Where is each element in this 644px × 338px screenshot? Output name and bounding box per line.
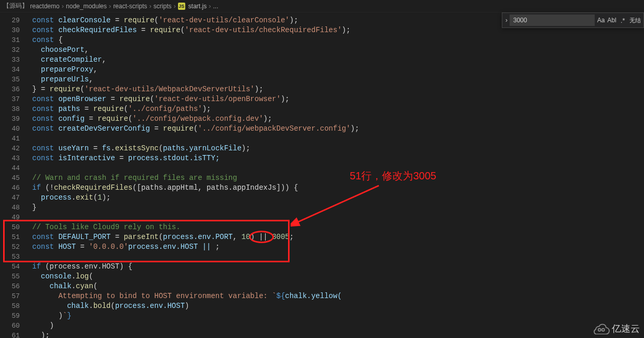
watermark-label: 亿速云: [612, 322, 640, 335]
find-input[interactable]: [510, 15, 595, 26]
match-word-icon[interactable]: Abl: [607, 17, 616, 24]
chevron-right-icon: ›: [209, 2, 211, 10]
chevron-right-icon: ›: [62, 2, 64, 10]
chevron-right-icon[interactable]: ›: [505, 17, 508, 24]
chevron-right-icon: ›: [109, 2, 111, 10]
code-content[interactable]: const clearConsole = require('react-dev-…: [32, 16, 644, 338]
chevron-right-icon: ›: [149, 2, 151, 10]
cloud-icon: [592, 323, 610, 334]
breadcrumb-item[interactable]: scripts: [154, 3, 172, 10]
breadcrumb-tail: ...: [213, 3, 218, 10]
find-result-text: 无结: [629, 17, 641, 24]
chevron-right-icon: ›: [173, 2, 175, 10]
js-file-icon: JS: [178, 3, 185, 10]
breadcrumb-tag: 【源码】: [3, 2, 28, 10]
svg-point-1: [598, 329, 601, 331]
editor[interactable]: 2930313233343536373839404142434445464748…: [0, 12, 644, 338]
regex-icon[interactable]: .*: [618, 17, 627, 24]
watermark: 亿速云: [592, 322, 640, 335]
breadcrumb-item[interactable]: node_modules: [66, 3, 107, 10]
breadcrumb: 【源码】 reactdemo › node_modules › react-sc…: [0, 0, 644, 12]
line-number-gutter: 2930313233343536373839404142434445464748…: [0, 12, 27, 338]
breadcrumb-item[interactable]: reactdemo: [30, 3, 60, 10]
find-widget[interactable]: › Aa Abl .* 无结: [502, 12, 644, 28]
svg-point-2: [602, 329, 605, 331]
breadcrumb-item[interactable]: react-scripts: [113, 3, 147, 10]
match-case-icon[interactable]: Aa: [596, 17, 606, 24]
breadcrumb-file[interactable]: start.js: [188, 3, 207, 10]
